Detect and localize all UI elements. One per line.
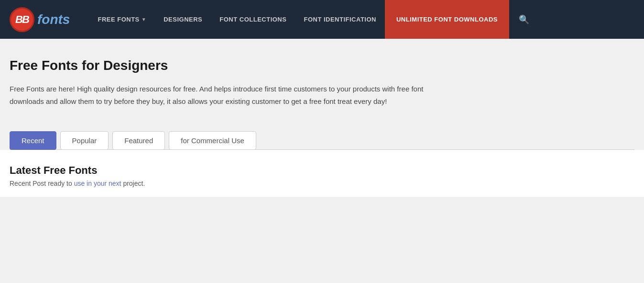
latest-section: Latest Free Fonts Recent Post ready to u… [0,150,644,197]
search-button[interactable]: 🔍 [509,0,539,39]
main-nav: FREE FONTS ▼ DESIGNERS FONT COLLECTIONS … [89,0,634,39]
subtitle-highlight-use: use [74,180,85,187]
subtitle-highlight-next: next [109,180,121,187]
nav-designers[interactable]: DESIGNERS [155,0,211,39]
page-description: Free Fonts are here! High quality design… [10,83,426,107]
nav-font-identification[interactable]: FONT IDENTIFICATION [295,0,385,39]
nav-free-fonts[interactable]: FREE FONTS ▼ [89,0,155,39]
site-header: BB fonts FREE FONTS ▼ DESIGNERS FONT COL… [0,0,644,39]
dropdown-arrow-icon: ▼ [142,17,146,22]
tab-recent[interactable]: Recent [10,131,56,150]
logo-circle: BB [10,7,34,32]
logo-bb-text: BB [15,13,29,26]
latest-title: Latest Free Fonts [10,164,634,177]
nav-font-collections[interactable]: FONT COLLECTIONS [211,0,295,39]
tabs-container: Recent Popular Featured for Commercial U… [10,131,634,150]
logo-fonts-text: fonts [37,12,70,27]
subtitle-highlight-in: in [87,180,92,187]
tab-commercial[interactable]: for Commercial Use [169,131,256,150]
tab-featured[interactable]: Featured [112,131,165,150]
latest-subtitle: Recent Post ready to use in your next pr… [10,180,634,187]
site-logo[interactable]: BB fonts [10,7,70,32]
page-title: Free Fonts for Designers [10,58,634,73]
subtitle-highlight-your: your [94,180,107,187]
main-content: Free Fonts for Designers Free Fonts are … [0,39,644,150]
tab-popular[interactable]: Popular [60,131,109,150]
nav-cta-unlimited[interactable]: UNLIMITED FONT DOWNLOADS [385,0,509,39]
search-icon: 🔍 [519,14,529,25]
